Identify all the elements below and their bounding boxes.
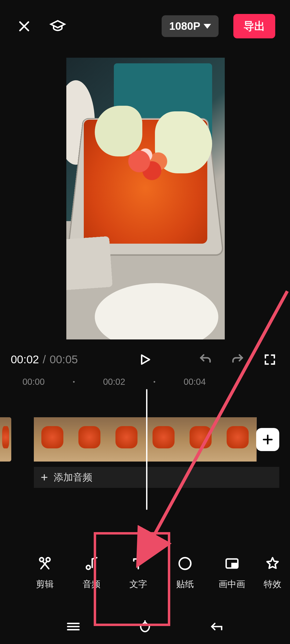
- preview-frame: [66, 58, 225, 339]
- tool-sticker[interactable]: 贴纸: [162, 556, 208, 590]
- video-clip[interactable]: [0, 417, 11, 462]
- tool-text[interactable]: 文字: [115, 556, 162, 590]
- time-current: 00:02: [11, 353, 39, 366]
- playhead[interactable]: [146, 389, 147, 510]
- add-audio-track[interactable]: 添加音频: [34, 467, 279, 488]
- tool-audio[interactable]: 音频: [68, 556, 115, 590]
- nav-home-button[interactable]: [136, 617, 154, 636]
- tool-label: 画中画: [219, 578, 245, 590]
- tool-label: 音频: [83, 578, 100, 590]
- resolution-label: 1080P: [169, 20, 200, 32]
- system-navbar: [0, 609, 290, 644]
- tool-label: 剪辑: [36, 578, 54, 590]
- tool-label: 贴纸: [176, 578, 194, 590]
- ruler-dot: [73, 381, 75, 383]
- video-preview[interactable]: [66, 58, 225, 339]
- ruler-tick: 00:00: [23, 377, 45, 387]
- tool-label: 文字: [129, 578, 147, 590]
- resolution-dropdown[interactable]: 1080P: [162, 15, 219, 37]
- time-separator: /: [43, 353, 46, 366]
- time-display: 00:02 / 00:05: [11, 353, 78, 366]
- video-clip[interactable]: [34, 417, 257, 462]
- close-button[interactable]: [15, 17, 34, 36]
- chevron-down-icon: [204, 24, 211, 29]
- ruler-tick: 00:02: [103, 377, 125, 387]
- nav-recent-button[interactable]: [64, 617, 83, 636]
- export-button[interactable]: 导出: [233, 14, 275, 38]
- ruler-tick: 00:04: [184, 377, 206, 387]
- nav-back-button[interactable]: [207, 617, 226, 636]
- toolbar: 剪辑 音频 文字 贴纸 画中画 特效: [0, 546, 290, 600]
- tutorial-icon[interactable]: [48, 17, 67, 36]
- ruler-dot: [154, 381, 155, 383]
- play-button[interactable]: [136, 350, 154, 369]
- undo-button[interactable]: [196, 350, 215, 369]
- tool-effect[interactable]: 特效: [255, 556, 290, 590]
- tool-edit[interactable]: 剪辑: [21, 556, 68, 590]
- tool-pip[interactable]: 画中画: [209, 556, 255, 590]
- svg-rect-4: [232, 564, 237, 567]
- add-clip-button[interactable]: [256, 428, 279, 451]
- redo-button[interactable]: [228, 350, 247, 369]
- tool-label: 特效: [264, 578, 281, 590]
- timeline[interactable]: [0, 417, 290, 462]
- fullscreen-button[interactable]: [260, 350, 279, 369]
- time-total: 00:05: [50, 353, 78, 366]
- timeline-ruler[interactable]: 00:00 00:02 00:04: [0, 374, 290, 389]
- add-audio-label: 添加音频: [54, 471, 92, 484]
